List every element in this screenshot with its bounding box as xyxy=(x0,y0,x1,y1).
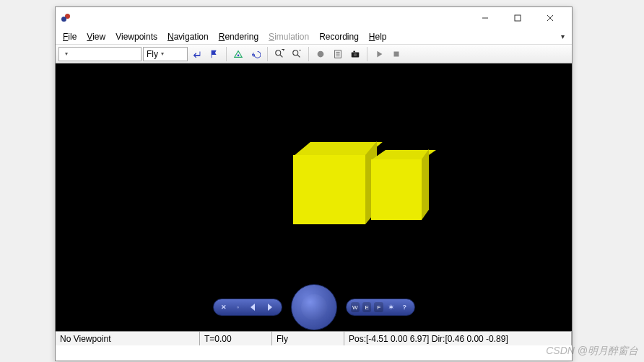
svg-rect-18 xyxy=(353,50,355,52)
record-icon[interactable] xyxy=(313,46,328,62)
titlebar xyxy=(56,7,572,29)
svg-point-11 xyxy=(318,50,324,57)
flag-icon[interactable] xyxy=(206,46,222,62)
undo-view-icon[interactable] xyxy=(248,46,264,62)
navigation-pad: ✕ ◦ W E F ✶ ? xyxy=(213,288,415,327)
return-arrow-icon[interactable] xyxy=(189,46,205,62)
menu-viewpoints[interactable]: Viewpoints xyxy=(116,32,157,42)
svg-point-17 xyxy=(354,53,357,56)
maximize-button[interactable] xyxy=(501,7,534,29)
navpad-options-icon[interactable]: ✶ xyxy=(386,301,396,313)
navpad-knob[interactable] xyxy=(291,284,337,330)
statusbar: No Viewpoint T=0.00 Fly Pos:[-4.51 0.00 … xyxy=(56,331,572,345)
toolbar: ▾ Fly▾ + - xyxy=(56,45,572,63)
status-position: Pos:[-4.51 0.00 6.97] Dir:[0.46 0.00 -0.… xyxy=(344,332,572,345)
seek-icon[interactable] xyxy=(230,46,246,62)
document-icon[interactable] xyxy=(330,46,346,62)
status-mode: Fly xyxy=(272,332,344,345)
navpad-collapse-icon[interactable]: ◦ xyxy=(232,301,244,313)
svg-text:+: + xyxy=(282,49,284,53)
app-icon xyxy=(61,12,73,24)
menu-overflow-icon[interactable]: ▾ xyxy=(561,32,565,40)
menubar: FFileile View Viewpoints Navigation Rend… xyxy=(56,29,572,45)
nav-mode-combo[interactable]: Fly▾ xyxy=(143,47,188,61)
zoom-out-icon[interactable]: - xyxy=(289,46,305,62)
svg-point-4 xyxy=(238,54,240,56)
menu-recording[interactable]: Recording xyxy=(319,32,359,42)
status-viewpoint: No Viewpoint xyxy=(56,332,200,345)
status-time: T=0.00 xyxy=(200,332,272,345)
svg-point-8 xyxy=(293,50,298,55)
navpad-examine-button[interactable]: E xyxy=(362,302,371,312)
viewpoint-combo[interactable]: ▾ xyxy=(58,47,142,61)
menu-navigation[interactable]: Navigation xyxy=(167,32,209,42)
navpad-close-icon[interactable]: ✕ xyxy=(218,301,230,313)
menu-simulation[interactable]: Simulation xyxy=(269,32,309,42)
svg-line-6 xyxy=(280,54,283,57)
navpad-right-icon[interactable] xyxy=(263,301,276,314)
navpad-fly-button[interactable]: F xyxy=(374,302,383,312)
menu-file[interactable]: FFileile xyxy=(63,32,77,42)
viewport-3d[interactable]: ✕ ◦ W E F ✶ ? xyxy=(56,63,572,331)
camera-icon[interactable] xyxy=(347,46,363,62)
close-button[interactable] xyxy=(534,7,566,29)
zoom-in-icon[interactable]: + xyxy=(271,46,287,62)
navpad-walk-button[interactable]: W xyxy=(351,302,360,312)
menu-help[interactable]: Help xyxy=(369,32,387,42)
svg-rect-19 xyxy=(394,51,399,56)
navpad-left-pill: ✕ ◦ xyxy=(213,299,282,316)
navpad-right-pill: W E F ✶ ? xyxy=(346,299,415,316)
svg-text:-: - xyxy=(299,49,302,53)
svg-line-9 xyxy=(297,54,300,57)
svg-point-5 xyxy=(276,50,281,55)
minimize-button[interactable] xyxy=(469,7,501,29)
menu-rendering[interactable]: Rendering xyxy=(219,32,258,42)
navpad-help-icon[interactable]: ? xyxy=(399,301,409,313)
stop-icon[interactable] xyxy=(388,46,404,62)
svg-rect-1 xyxy=(515,15,521,21)
menu-view[interactable]: View xyxy=(87,32,105,42)
app-window: FFileile View Viewpoints Navigation Rend… xyxy=(55,6,573,361)
navpad-left-icon[interactable] xyxy=(247,301,260,314)
play-icon[interactable] xyxy=(371,46,387,62)
